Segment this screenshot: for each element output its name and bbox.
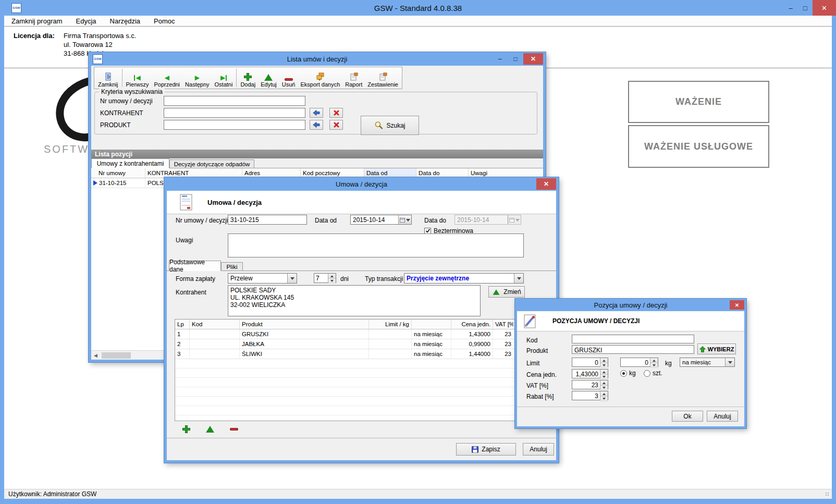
spin-up-icon[interactable] xyxy=(600,391,608,397)
tab-decyzje-dotyczace-odpadow[interactable]: Decyzje dotyczące odpadów xyxy=(169,159,254,168)
col-cena-jedn[interactable]: Cena jedn. xyxy=(451,319,493,329)
radio-szt[interactable]: szt. xyxy=(644,370,662,377)
col-lp[interactable]: Lp xyxy=(175,319,190,329)
forma-zaplaty-select[interactable]: Przelew xyxy=(228,273,297,284)
col-limit-kg[interactable]: Limit / kg xyxy=(369,319,412,329)
limit1-spinner[interactable]: 0 xyxy=(572,358,608,367)
produkt-input[interactable] xyxy=(164,120,305,130)
wazenie-button[interactable]: WAŻENIE xyxy=(628,81,769,123)
ok-button[interactable]: Ok xyxy=(672,411,703,422)
col-data-od[interactable]: Data od xyxy=(364,168,416,178)
close-button[interactable]: ✕ xyxy=(813,0,836,16)
wazenie-uslugowe-button[interactable]: WAŻENIE USŁUGOWE xyxy=(628,125,769,168)
rabat-spinner[interactable]: 3 xyxy=(572,391,608,400)
produkt-clear-button[interactable] xyxy=(329,120,343,130)
typ-transakcji-select[interactable]: Przyjęcie zewnętrzne xyxy=(404,273,524,284)
toolbar-eksport-button[interactable]: Eksport danych xyxy=(298,68,342,88)
uwagi-textarea[interactable] xyxy=(228,233,524,257)
spin-up-icon[interactable] xyxy=(600,358,608,363)
product-row[interactable]: 2 JABŁKA na miesiąc 0,99000 23 xyxy=(175,339,514,349)
col-kod[interactable]: Kod xyxy=(190,319,240,329)
delete-row-icon[interactable] xyxy=(230,428,238,431)
col-uwagi[interactable]: Uwagi xyxy=(469,168,543,178)
scroll-thumb[interactable] xyxy=(102,352,131,359)
menu-zamknij-program[interactable]: Zamknij program xyxy=(11,17,63,25)
menu-pomoc[interactable]: Pomoc xyxy=(154,17,175,25)
minimize-button[interactable]: – xyxy=(783,0,798,16)
toolbar-zamknij-button[interactable]: Zamknij xyxy=(95,68,121,88)
kontrahent-pick-button[interactable] xyxy=(310,108,323,118)
product-row[interactable]: 1 GRUSZKI na miesiąc 1,43000 23 xyxy=(175,329,514,339)
umowa-close-button[interactable]: ✕ xyxy=(536,178,556,190)
tab-pliki[interactable]: Pliki xyxy=(221,262,243,271)
toolbar-ostatni-button[interactable]: ▶ Ostatni xyxy=(212,68,236,88)
spin-up-icon[interactable] xyxy=(328,274,336,279)
col-kod-pocztowy[interactable]: Kod pocztowy xyxy=(301,168,364,178)
vat-label: VAT [%] xyxy=(526,382,548,389)
add-row-icon[interactable] xyxy=(182,425,190,433)
toolbar-pierwszy-button[interactable]: ◀ Pierwszy xyxy=(124,68,152,88)
limit-label: Limit xyxy=(526,360,539,367)
toolbar-edytuj-button[interactable]: Edytuj xyxy=(258,68,279,88)
pozycja-anuluj-button[interactable]: Anuluj xyxy=(707,411,738,422)
toolbar-usun-button[interactable]: Usuń xyxy=(279,68,298,88)
kontrahent-input[interactable] xyxy=(164,108,305,118)
col-okres[interactable] xyxy=(412,319,451,329)
lista-close-button[interactable]: ✕ xyxy=(523,53,543,65)
zmien-button[interactable]: Zmień xyxy=(488,286,525,298)
data-od-datepicker[interactable]: 2015-10-14 xyxy=(350,215,412,225)
toolbar-nastepny-button[interactable]: ▶ Następny xyxy=(182,68,212,88)
kontrahent-box[interactable]: POLSKIE SADY UL. KRAKOWSKA 145 32-002 WI… xyxy=(228,285,481,316)
toolbar-poprzedni-button[interactable]: ◀ Poprzedni xyxy=(152,68,183,88)
scroll-left-arrow[interactable]: ◀ xyxy=(91,351,100,360)
szukaj-button[interactable]: Szukaj xyxy=(361,116,419,135)
toolbar-dodaj-button[interactable]: Dodaj xyxy=(238,68,258,88)
spin-down-icon[interactable] xyxy=(600,397,608,401)
lista-minimize-button[interactable]: – xyxy=(492,53,508,65)
spin-down-icon[interactable] xyxy=(600,386,608,390)
spin-down-icon[interactable] xyxy=(650,363,658,368)
nr-umowy-input[interactable] xyxy=(164,96,305,106)
edit-row-icon[interactable] xyxy=(206,426,214,433)
toolbar-raport-button[interactable]: Raport xyxy=(342,68,365,88)
nr-umowy-input[interactable]: 31-10-215 xyxy=(228,215,307,225)
col-data-do[interactable]: Data do xyxy=(416,168,469,178)
spin-up-icon[interactable] xyxy=(650,358,658,363)
maximize-button[interactable]: □ xyxy=(798,0,813,16)
tab-umowy-z-kontrahentami[interactable]: Umowy z kontrahentami xyxy=(91,158,169,168)
vat-spinner[interactable]: 23 xyxy=(572,380,608,389)
cena-spinner[interactable]: 1,43000 xyxy=(572,369,608,378)
col-adres[interactable]: Adres xyxy=(242,168,301,178)
menu-edycja[interactable]: Edycja xyxy=(76,17,96,25)
spin-down-icon[interactable] xyxy=(600,363,608,368)
col-vat[interactable]: VAT [%] xyxy=(493,319,513,329)
dni-spinner[interactable]: 7 xyxy=(314,273,336,283)
zapisz-button[interactable]: Zapisz xyxy=(456,443,516,456)
kontrahent-clear-button[interactable] xyxy=(329,108,343,118)
toolbar-label: Dodaj xyxy=(240,81,255,88)
col-nr-umowy[interactable]: Nr umowy xyxy=(91,168,145,178)
col-produkt[interactable]: Produkt xyxy=(240,319,369,329)
resize-grip[interactable] xyxy=(825,492,830,497)
toolbar-zestawienie-button[interactable]: Zestawienie xyxy=(365,68,401,88)
umowa-anuluj-button[interactable]: Anuluj xyxy=(523,443,554,456)
spin-up-icon[interactable] xyxy=(600,380,608,386)
okres-select[interactable]: na miesiąc xyxy=(680,358,735,367)
produkt-input[interactable]: GRUSZKI xyxy=(572,345,694,354)
spin-up-icon[interactable] xyxy=(600,370,608,375)
radio-kg[interactable]: kg xyxy=(620,370,636,377)
cell-cena: 1,44000 xyxy=(451,349,493,359)
produkt-pick-button[interactable] xyxy=(310,120,323,130)
limit2-spinner[interactable]: 0 xyxy=(620,358,658,367)
spin-down-icon[interactable] xyxy=(328,279,336,284)
col-kontrahent[interactable]: KONTRAHENT xyxy=(145,168,242,178)
product-row[interactable]: 3 ŚLIWKI na miesiąc 1,44000 23 xyxy=(175,349,514,359)
spin-down-icon[interactable] xyxy=(600,375,608,379)
menu-narzedzia[interactable]: Narzędzia xyxy=(110,17,141,25)
lista-maximize-button[interactable]: □ xyxy=(508,53,523,65)
wybierz-button[interactable]: WYBIERZ xyxy=(697,343,736,354)
pozycja-close-button[interactable]: ✕ xyxy=(730,300,744,310)
kod-input[interactable] xyxy=(572,335,694,343)
calendar-dropdown-icon[interactable] xyxy=(398,215,411,224)
tab-podstawowe-dane[interactable]: Podstawowe dane xyxy=(169,261,221,271)
